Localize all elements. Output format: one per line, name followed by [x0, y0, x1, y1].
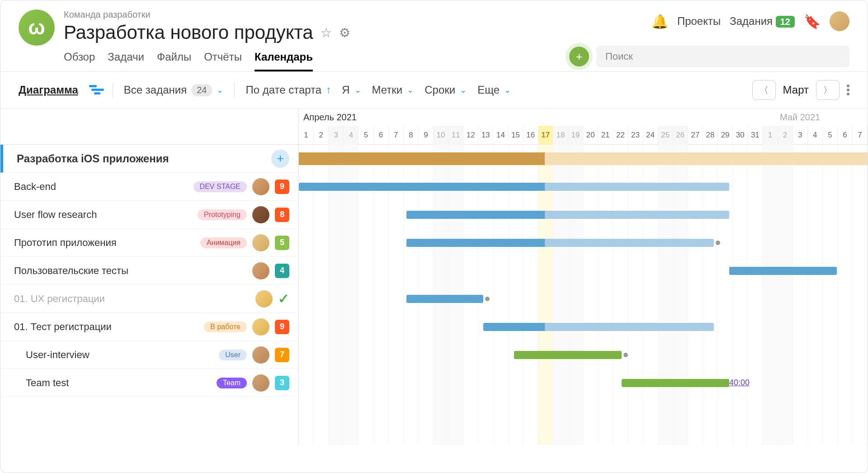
- day-cell: 23: [628, 126, 643, 145]
- arrow-up-icon: ↑: [326, 84, 331, 96]
- app-logo[interactable]: ω: [19, 9, 55, 46]
- task-bar[interactable]: [406, 295, 483, 303]
- dependency-marker: [484, 296, 491, 302]
- task-name: User-interview: [14, 349, 213, 361]
- nav-tasks-label: Задания: [730, 15, 773, 27]
- task-name: 01. Тест регистрации: [14, 321, 198, 333]
- tab-0[interactable]: Обзор: [64, 51, 95, 71]
- search-row: + Поиск: [569, 46, 849, 67]
- search-placeholder: Поиск: [605, 51, 633, 62]
- task-row[interactable]: 01. Тест регистрацииВ работе9: [0, 313, 298, 341]
- nav-tasks[interactable]: Задания 12: [730, 15, 795, 28]
- day-cell: 11: [448, 126, 463, 145]
- task-bar[interactable]: [545, 239, 714, 247]
- day-cell: 12: [463, 126, 478, 145]
- prev-month-button[interactable]: 〈: [752, 80, 776, 100]
- bookmark-icon[interactable]: 🔖: [804, 14, 821, 29]
- task-bar[interactable]: [545, 183, 729, 191]
- bar-row: [299, 173, 868, 201]
- add-button[interactable]: +: [569, 47, 589, 66]
- assignee-avatar[interactable]: [255, 290, 273, 307]
- task-row[interactable]: Team testTeam3: [0, 369, 298, 397]
- day-cell: 21: [598, 126, 613, 145]
- day-cell: 4: [344, 126, 359, 145]
- task-bar[interactable]: [729, 267, 837, 275]
- filter-labels[interactable]: Метки ⌄: [372, 84, 414, 96]
- task-name: Пользовательские тесты: [14, 265, 247, 277]
- task-bar[interactable]: [545, 323, 714, 331]
- tab-1[interactable]: Задачи: [108, 51, 144, 71]
- gantt-timeline[interactable]: Апрель 2021 Май 2021 1234567891011121314…: [299, 109, 868, 445]
- filter-all-tasks[interactable]: Все задания 24 ⌄: [124, 84, 224, 96]
- filter-me-label: Я: [342, 84, 349, 96]
- gear-icon[interactable]: ⚙: [339, 25, 350, 40]
- day-cell: 13: [478, 126, 493, 145]
- days-row: 1234567891011121314151617181920212223242…: [299, 126, 868, 145]
- filter-all-tasks-label: Все задания: [124, 84, 187, 96]
- month-row: Апрель 2021 Май 2021: [299, 109, 868, 126]
- tab-3[interactable]: Отчёты: [204, 51, 242, 71]
- view-diagram[interactable]: Диаграмма: [19, 84, 78, 96]
- task-count: 9: [275, 180, 289, 194]
- tab-4[interactable]: Календарь: [255, 51, 313, 71]
- task-count: 4: [275, 264, 289, 278]
- assignee-avatar[interactable]: [252, 178, 269, 195]
- task-row[interactable]: Пользовательские тесты4: [0, 257, 298, 285]
- group-bar-fill[interactable]: [299, 152, 545, 165]
- assignee-avatar[interactable]: [252, 318, 269, 336]
- chevron-down-icon: ⌄: [354, 85, 361, 95]
- star-icon[interactable]: ☆: [321, 25, 332, 40]
- next-month-button[interactable]: 〉: [816, 80, 840, 100]
- day-cell: 1: [763, 126, 778, 145]
- dependency-marker: [623, 352, 629, 358]
- day-cell: 3: [329, 126, 344, 145]
- tasks-badge: 12: [776, 16, 795, 28]
- gantt-icon[interactable]: [89, 85, 102, 95]
- assignee-avatar[interactable]: [252, 262, 269, 279]
- timeline-header: Апрель 2021 Май 2021 1234567891011121314…: [299, 109, 868, 145]
- page-title: Разработка нового продукта: [64, 22, 313, 43]
- add-task-button[interactable]: +: [271, 150, 289, 168]
- tab-2[interactable]: Файлы: [157, 51, 191, 71]
- task-bar[interactable]: [545, 211, 729, 219]
- day-cell: 4: [808, 126, 823, 145]
- task-name: Team test: [14, 377, 211, 389]
- day-cell: 25: [658, 126, 673, 145]
- gantt-area: Разработка iOS приложения+Back-endDEV ST…: [0, 109, 868, 445]
- header: ω Команда разработки Разработка нового п…: [0, 0, 868, 72]
- filter-more[interactable]: Еще ⌄: [477, 84, 511, 96]
- task-bar[interactable]: [406, 211, 560, 219]
- more-menu-icon[interactable]: [847, 85, 849, 95]
- task-row[interactable]: User flow researchPrototyping8: [0, 201, 298, 229]
- task-group-row[interactable]: Разработка iOS приложения+: [0, 145, 298, 173]
- day-cell: 7: [389, 126, 404, 145]
- task-tag: Team: [217, 378, 247, 388]
- task-count: 3: [275, 376, 289, 390]
- task-bar[interactable]: [622, 379, 729, 387]
- task-time-label[interactable]: 40:00: [729, 378, 750, 388]
- task-bar[interactable]: [514, 351, 622, 359]
- filter-deadlines[interactable]: Сроки ⌄: [425, 84, 467, 96]
- task-bar[interactable]: [299, 183, 560, 191]
- task-bar[interactable]: [406, 239, 560, 247]
- sort-by-start[interactable]: По дате старта ↑: [245, 84, 331, 96]
- day-cell: 26: [673, 126, 688, 145]
- assignee-avatar[interactable]: [252, 346, 269, 364]
- gantt-task-list: Разработка iOS приложения+Back-endDEV ST…: [0, 109, 299, 445]
- bar-row: [299, 257, 868, 285]
- chevron-down-icon: ⌄: [460, 85, 467, 95]
- task-row[interactable]: User-interviewUser7: [0, 341, 298, 369]
- task-name: Back-end: [14, 181, 188, 193]
- bell-icon[interactable]: 🔔: [651, 14, 668, 29]
- user-avatar[interactable]: [830, 11, 849, 31]
- task-row[interactable]: 01. UX регистрации✓: [0, 285, 298, 313]
- nav-projects[interactable]: Проекты: [677, 15, 721, 28]
- assignee-avatar[interactable]: [252, 374, 269, 392]
- search-input[interactable]: Поиск: [596, 46, 849, 67]
- day-cell: 2: [778, 126, 793, 145]
- assignee-avatar[interactable]: [252, 206, 269, 223]
- task-row[interactable]: Прототип приложенияАнимация5: [0, 229, 298, 257]
- filter-me[interactable]: Я ⌄: [342, 84, 361, 96]
- assignee-avatar[interactable]: [252, 234, 269, 251]
- task-row[interactable]: Back-endDEV STAGE9: [0, 173, 298, 201]
